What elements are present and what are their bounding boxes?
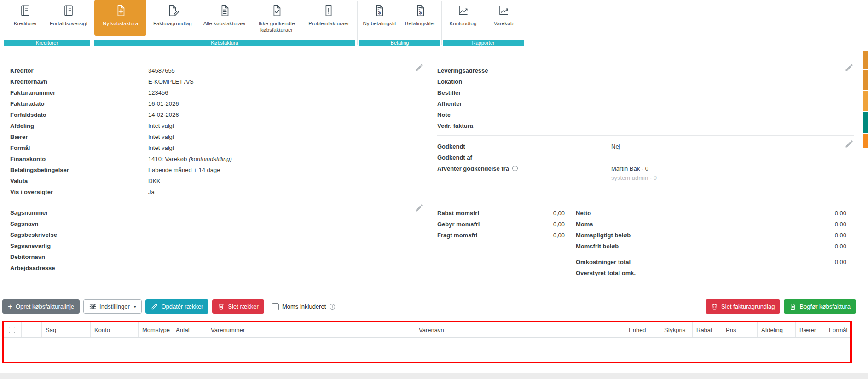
invoice-head-panel: Kreditor34587655 KreditornavnE-KOMPLET A… [10,65,415,197]
column-header-formaal: Formål [825,322,850,337]
total-row: Momsfrit beløb0,00 [576,241,846,252]
momsfrit-value: 0,00 [835,243,846,250]
column-header-sag: Sag [41,322,90,337]
field-label: Formål [10,144,148,151]
omkostninger-total-value: 0,00 [835,258,846,265]
field-row: Fakturadato16-01-2026 [10,98,415,109]
column-header-varenummer: Varenummer [207,322,415,337]
field-label: Finanskonto [10,155,148,162]
forfaldsdato-value: 14-02-2026 [148,111,179,118]
total-label: Momspligtigt beløb [576,232,835,239]
kreditornavn-value: E-KOMPLET A/S [148,78,194,85]
toolbar-item-label: Varekøb [494,21,514,27]
edit-approval-pencil-icon[interactable] [845,139,854,149]
total-label: Overstyret total omk. [576,270,846,276]
column-header-stykpris: Stykpris [660,322,692,337]
column-header-enhed: Enhed [625,322,660,337]
rabat-momsfri-value: 0,00 [553,210,565,217]
totals-fees-panel: Rabat momsfri0,00 Gebyr momsfri0,00 Frag… [437,207,565,241]
edit-delivery-pencil-icon[interactable] [845,63,854,72]
toolbar-item-alle-kobsfakturaer[interactable]: Alle købsfakturaer [198,0,250,36]
ledger-icon [62,4,75,17]
delivery-panel: Leveringsadresse Lokation Bestiller Afhe… [437,65,849,131]
field-label: Fakturadato [10,100,148,107]
document-lines-icon [218,4,231,17]
total-row: Rabat momsfri0,00 [437,207,565,218]
toolbar-item-label: Problemfakturaer [308,21,349,27]
total-label: Rabat momsfri [437,210,553,217]
delete-rows-button[interactable]: Slet rækker [212,299,264,314]
edit-case-pencil-icon[interactable] [415,203,424,212]
field-label: Arbejdsadresse [10,262,286,273]
field-row: Godkendt Nej [437,141,849,152]
fakturadato-value: 16-01-2026 [148,100,179,107]
edit-invoice-head-pencil-icon[interactable] [415,63,424,72]
document-pencil-icon [166,4,179,17]
post-invoice-button[interactable]: Bogfør købsfaktura [784,299,856,314]
field-row: Finanskonto 1410: Varekøb (kontoindstill… [10,153,415,164]
toolbar-item-kontoudtog[interactable]: Kontoudtog [443,0,483,36]
settings-dropdown-button[interactable]: Indstillinger ▾ [83,299,142,314]
field-label: Godkendt af [437,154,611,161]
afventer-label-text: Afventer godkendelse fra [437,165,509,172]
vat-included-checkbox[interactable] [272,303,279,310]
column-header-konto: Konto [90,322,138,337]
total-label: Moms [576,221,835,228]
toolbar-item-kreditorer[interactable]: Kreditorer [4,0,47,36]
toolbar-item-forfaldsoversigt[interactable]: Forfaldsoversigt [47,0,90,36]
toolbar-group-betaling: Ny betalingsfil Betalingsfiler Betaling [359,0,440,46]
table-body-empty [4,338,850,362]
info-icon[interactable] [329,304,336,310]
divider [437,135,854,136]
kreditor-value: 34587655 [148,67,175,74]
toolbar-item-fakturagrundlag[interactable]: Fakturagrundlag [146,0,198,36]
total-row: Omkostninger total0,00 [576,256,846,267]
toolbar-item-ikke-godkendte[interactable]: Ikke-godkendte købsfakturaer [251,0,303,36]
update-rows-button[interactable]: Opdatér rækker [145,299,208,314]
ribbon-toolbar: Kreditorer Forfaldsoversigt Kreditorer N… [0,0,868,46]
toolbar-item-label: Kreditorer [14,21,37,27]
invoice-lines-table: Sag Konto Momstype Antal Varenummer Vare… [2,321,852,363]
button-label: Opdatér rækker [161,303,203,310]
side-tab-4[interactable] [863,112,868,133]
field-label: Kreditornavn [10,78,148,85]
document-dollar-icon [413,4,427,17]
total-row: Netto0,00 [576,207,846,218]
side-tab-1[interactable] [863,51,868,69]
total-label: Gebyr momsfri [437,221,553,228]
total-row: Moms0,00 [576,218,846,230]
finanskonto-note: (kontoindstilling) [189,155,232,162]
create-invoice-line-button[interactable]: + Opret købsfakturalinje [2,299,80,314]
field-label: Note [437,111,611,118]
document-icon [789,303,796,310]
afdeling-value: Intet valgt [148,122,174,129]
side-tab-2[interactable] [863,70,868,90]
side-tab-5[interactable] [863,134,868,148]
divider [5,202,426,202]
delete-invoice-basis-button[interactable]: Slet fakturagrundlag [706,299,780,314]
field-label: Vedr. faktura [437,122,611,129]
toolbar-group-bar: Betaling [359,40,440,46]
total-row: Overstyret total omk. [576,267,846,278]
toolbar-item-label: Fakturagrundlag [153,21,192,27]
field-label: Bestiller [437,89,611,96]
finanskonto-value: 1410: Varekøb (kontoindstilling) [148,155,232,162]
total-label: Fragt momsfri [437,232,553,239]
field-label: Sagsbeskrivelse [10,229,286,240]
toolbar-item-label: Ikke-godkendte købsfakturaer [251,21,303,33]
toolbar-item-betalingsfiler[interactable]: Betalingsfiler [400,0,441,36]
info-icon[interactable] [512,165,518,172]
field-label: Forfaldsdato [10,111,148,118]
toolbar-item-problemfakturaer[interactable]: Problemfakturaer [303,0,355,36]
field-row: Note [437,109,849,120]
toolbar-group-kreditorer: Kreditorer Forfaldsoversigt Kreditorer [4,0,90,46]
ledger-icon [18,4,32,17]
side-tab-3[interactable] [863,91,868,111]
field-row: AfdelingIntet valgt [10,120,415,131]
field-label: Betalingsbetingelser [10,167,148,173]
toolbar-item-ny-betalingsfil[interactable]: Ny betalingsfil [359,0,400,36]
select-all-checkbox[interactable] [9,327,15,333]
toolbar-item-varekob[interactable]: Varekøb [483,0,524,36]
toolbar-item-ny-kobsfaktura[interactable]: Ny købsfaktura [94,0,146,36]
field-row: BærerIntet valgt [10,131,415,142]
